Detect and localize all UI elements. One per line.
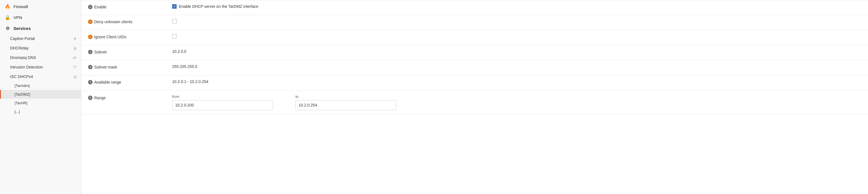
sidebar-item-label: Firewall [13, 4, 76, 9]
sidebar-item-label: VPN [13, 15, 76, 20]
sidebar-item-tardmz[interactable]: [TarDMZ] [0, 90, 81, 99]
enable-checkbox[interactable] [172, 4, 177, 9]
available-range-value: 10.2.0.1 - 10.2.0.254 [172, 79, 861, 84]
deny-unknown-checkbox[interactable] [172, 19, 177, 24]
taradm-label: [TarAdm] [14, 84, 30, 88]
captive-portal-label: Captive Portal [10, 36, 35, 41]
sidebar-item-isc-dhcpv4[interactable]: ISC DHCPv4 ◎ [0, 72, 81, 81]
isc-dhcpv4-label: ISC DHCPv4 [10, 74, 33, 79]
range-row: i Range from to [81, 90, 868, 114]
main-content: i Enable Enable DHCP server on the TarDM… [81, 0, 868, 194]
deny-unknown-info-icon: i [88, 20, 93, 24]
sidebar-item-dhcrelay[interactable]: DHCRelay ◎ [0, 43, 81, 53]
range-label: i Range [88, 94, 172, 100]
deny-unknown-value [172, 19, 861, 24]
available-range-row: i Available range 10.2.0.1 - 10.2.0.254 [81, 75, 868, 90]
sidebar-item-more[interactable]: [...] [0, 107, 81, 116]
enable-info-icon: i [88, 5, 93, 9]
intrusion-detection-icon: 🛡 [73, 65, 76, 69]
sidebar-item-vpn[interactable]: 🔒 VPN [0, 12, 81, 23]
range-info-icon: i [88, 95, 93, 100]
intrusion-detection-label: Intrusion Detection [10, 65, 43, 69]
range-from-input[interactable] [172, 100, 273, 110]
dnsmasq-dns-icon: 🏷 [73, 55, 76, 60]
ignore-client-uids-row: i Ignore Client UIDs [81, 30, 868, 45]
range-from-field: from [172, 94, 273, 110]
sidebar-section-label: Services [13, 26, 31, 31]
available-range-label: i Available range [88, 79, 172, 84]
sidebar-item-taradm[interactable]: [TarAdm] [0, 81, 81, 90]
subnet-info-icon: i [88, 50, 93, 54]
captive-portal-icon: ✈ [73, 37, 76, 41]
subnet-mask-label: i Subnet mask [88, 64, 172, 69]
sidebar: 🔥 Firewall 🔒 VPN ⚙ Services Captive Port… [0, 0, 81, 194]
subnet-label: i Subnet [88, 49, 172, 54]
subnet-row: i Subnet 10.2.0.0 [81, 45, 868, 61]
enable-label: i Enable [88, 4, 172, 9]
range-to-label: to [296, 94, 397, 99]
enable-row: i Enable Enable DHCP server on the TarDM… [81, 0, 868, 15]
range-to-input[interactable] [296, 100, 397, 110]
sidebar-item-firewall[interactable]: 🔥 Firewall [0, 1, 81, 12]
sidebar-item-captive-portal[interactable]: Captive Portal ✈ [0, 34, 81, 43]
subnet-mask-value: 255.255.255.0 [172, 64, 861, 69]
sidebar-item-services[interactable]: ⚙ Services [0, 23, 81, 34]
dnsmasq-dns-label: Dnsmasq DNS [10, 55, 36, 60]
firewall-icon: 🔥 [4, 4, 11, 9]
ignore-client-uids-label: i Ignore Client UIDs [88, 34, 172, 39]
tarhr-label: [TarHR] [14, 101, 28, 105]
more-label: [...] [14, 110, 20, 114]
ignore-client-uids-info-icon: i [88, 35, 93, 39]
ignore-client-uids-checkbox[interactable] [172, 34, 177, 39]
range-inputs-row: from to [172, 94, 397, 110]
sidebar-item-tarhr[interactable]: [TarHR] [0, 99, 81, 107]
ignore-client-uids-value [172, 34, 861, 39]
enable-checkbox-label: Enable DHCP server on the TarDMZ interfa… [179, 4, 258, 9]
enable-value: Enable DHCP server on the TarDMZ interfa… [172, 4, 861, 9]
range-to-field: to [296, 94, 397, 110]
isc-dhcpv4-icon: ◎ [73, 75, 76, 79]
sidebar-item-intrusion-detection[interactable]: Intrusion Detection 🛡 [0, 62, 81, 72]
range-value: from to [172, 94, 861, 110]
subnet-value: 10.2.0.0 [172, 49, 861, 54]
available-range-info-icon: i [88, 80, 93, 84]
enable-checkbox-wrap[interactable]: Enable DHCP server on the TarDMZ interfa… [172, 4, 258, 9]
subnet-mask-info-icon: i [88, 65, 93, 69]
dhcrelay-icon: ◎ [73, 46, 76, 50]
tardmz-label: [TarDMZ] [14, 92, 30, 96]
deny-unknown-label: i Deny unknown clients [88, 19, 172, 24]
services-icon: ⚙ [4, 26, 11, 31]
deny-unknown-row: i Deny unknown clients [81, 15, 868, 30]
dhcrelay-label: DHCRelay [10, 46, 29, 50]
sidebar-item-dnsmasq-dns[interactable]: Dnsmasq DNS 🏷 [0, 53, 81, 62]
range-from-label: from [172, 94, 273, 99]
subnet-mask-row: i Subnet mask 255.255.255.0 [81, 61, 868, 75]
vpn-icon: 🔒 [4, 15, 11, 20]
